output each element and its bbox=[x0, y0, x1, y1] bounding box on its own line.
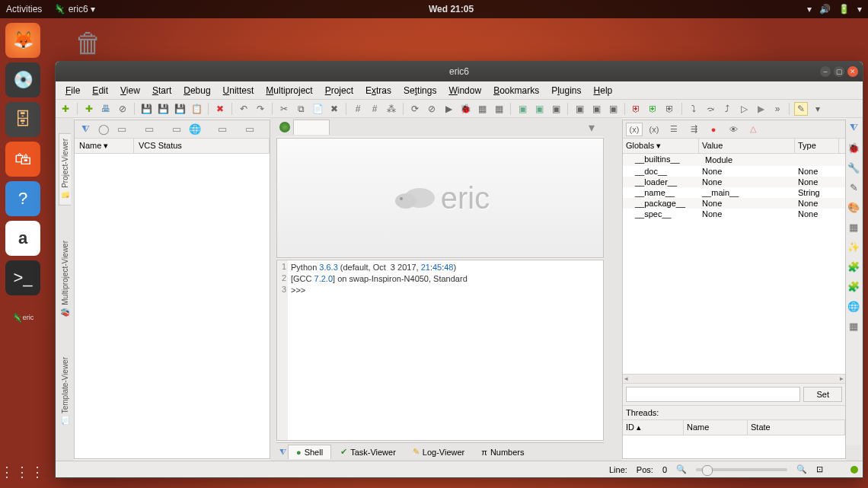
redo-icon[interactable]: ↷ bbox=[254, 102, 267, 116]
variable-row[interactable]: __builtins__Module bbox=[623, 154, 845, 166]
menu-file[interactable]: File bbox=[60, 83, 85, 98]
menu-window[interactable]: Window bbox=[443, 83, 487, 98]
system-menu-icon[interactable]: ▾ bbox=[857, 4, 862, 14]
editor-area[interactable]: eric bbox=[276, 138, 604, 258]
print-icon[interactable]: 🖶 bbox=[99, 102, 113, 116]
funnel-icon[interactable]: ⧨ bbox=[847, 121, 860, 135]
step-icon[interactable]: ⤵ bbox=[687, 102, 700, 116]
variable-row[interactable]: __package__NoneNone bbox=[623, 198, 845, 209]
editor-tab-dropdown[interactable]: ▾ bbox=[589, 120, 601, 135]
globals-icon[interactable]: (x) bbox=[626, 123, 643, 136]
wifi-icon[interactable]: ▾ bbox=[807, 4, 812, 14]
tab-project-viewer[interactable]: 📁 Project-Viewer bbox=[59, 133, 71, 206]
zoom-reset-icon[interactable]: ⊡ bbox=[816, 464, 823, 474]
show-apps-icon[interactable]: ⋮⋮⋮ bbox=[0, 464, 46, 480]
tab-task-viewer[interactable]: ✔ Task-Viewer bbox=[333, 445, 404, 459]
volume-icon[interactable]: 🔊 bbox=[819, 4, 831, 14]
profile-icon[interactable]: ▦ bbox=[492, 102, 506, 116]
software-launcher[interactable]: 🛍 bbox=[5, 142, 40, 177]
coverage-icon[interactable]: ▦ bbox=[475, 102, 489, 116]
tab-multiproject-viewer[interactable]: 📚 Multiproject-Viewer bbox=[59, 236, 71, 322]
menu-settings[interactable]: Settings bbox=[398, 83, 442, 98]
col-type[interactable]: Type bbox=[795, 139, 839, 153]
tool-h-icon[interactable]: ▦ bbox=[847, 319, 860, 333]
stop-icon[interactable]: ✖ bbox=[213, 102, 227, 116]
col-value[interactable]: Value bbox=[699, 139, 795, 153]
step-over-icon[interactable]: ⤼ bbox=[704, 102, 717, 116]
palette-icon[interactable]: 🎨 bbox=[847, 200, 860, 214]
window-titlebar[interactable]: eric6 – ▢ ✕ bbox=[56, 62, 863, 81]
tool-g-icon[interactable]: ▦ bbox=[847, 220, 860, 234]
menu-bookmarks[interactable]: Bookmarks bbox=[488, 83, 544, 98]
overflow-icon[interactable]: » bbox=[771, 102, 784, 116]
stop-script-icon[interactable]: ⊘ bbox=[425, 102, 439, 116]
breakpoints-icon[interactable]: ● bbox=[705, 123, 722, 136]
resources-icon[interactable]: ▭ bbox=[169, 122, 184, 137]
tab-shell[interactable]: ● Shell bbox=[288, 445, 331, 459]
undo-icon[interactable]: ↶ bbox=[237, 102, 251, 116]
uncomment-icon[interactable]: # bbox=[368, 102, 381, 116]
brush-icon[interactable]: ✎ bbox=[847, 180, 860, 194]
set-input[interactable] bbox=[626, 387, 800, 402]
tab-log-viewer[interactable]: ✎ Log-Viewer bbox=[405, 445, 472, 459]
globe2-icon[interactable]: 🌐 bbox=[847, 299, 860, 313]
menu-project[interactable]: Project bbox=[320, 83, 359, 98]
tool-a-icon[interactable]: ▣ bbox=[515, 102, 529, 116]
editor-tab-blank[interactable] bbox=[293, 120, 330, 135]
trash-desktop-icon[interactable]: 🗑 bbox=[75, 27, 102, 59]
shell-area[interactable]: 1 2 3 Python 3.6.3 (default, Oct 3 2017,… bbox=[276, 260, 604, 441]
menu-help[interactable]: Help bbox=[589, 83, 618, 98]
maximize-button[interactable]: ▢ bbox=[834, 66, 844, 77]
save-as-icon[interactable]: 💾 bbox=[173, 102, 187, 116]
edit-pencil-icon[interactable]: ✎ bbox=[794, 102, 808, 116]
menu-start[interactable]: Start bbox=[147, 83, 177, 98]
comment-icon[interactable]: # bbox=[351, 102, 365, 116]
app-menu-indicator[interactable]: 🦎 eric6 ▾ bbox=[54, 4, 95, 14]
calltrace-icon[interactable]: ⇶ bbox=[685, 123, 702, 136]
interfaces-icon[interactable]: ▭ bbox=[242, 122, 257, 137]
run-icon[interactable]: ▶ bbox=[442, 102, 455, 116]
continue-icon[interactable]: ▷ bbox=[737, 102, 751, 116]
clock[interactable]: Wed 21:05 bbox=[95, 4, 807, 14]
puzzle-icon[interactable]: 🧩 bbox=[847, 260, 860, 273]
minimize-button[interactable]: – bbox=[820, 66, 831, 77]
menu-view[interactable]: View bbox=[115, 83, 145, 98]
watch-icon[interactable]: 👁 bbox=[725, 123, 742, 136]
threads-table[interactable] bbox=[623, 435, 845, 458]
stream-comment-icon[interactable]: ⁂ bbox=[385, 102, 398, 116]
refresh-icon[interactable]: ⟳ bbox=[408, 102, 422, 116]
locals-icon[interactable]: (x) bbox=[646, 123, 662, 136]
delete-icon[interactable]: ✖ bbox=[327, 102, 341, 116]
files-launcher[interactable]: 🗄 bbox=[5, 102, 40, 137]
disks-launcher[interactable]: 💿 bbox=[5, 62, 40, 97]
col-name[interactable]: Name ▾ bbox=[75, 139, 134, 153]
close-button[interactable]: ✕ bbox=[847, 66, 858, 77]
tool-d-icon[interactable]: ▣ bbox=[573, 102, 586, 116]
eric-launcher[interactable]: 🦎eric bbox=[5, 300, 40, 335]
new-project-icon[interactable]: ✚ bbox=[82, 102, 96, 116]
tool-c-icon[interactable]: ▣ bbox=[549, 102, 563, 116]
menu-edit[interactable]: Edit bbox=[87, 83, 113, 98]
wrench-icon[interactable]: 🔧 bbox=[847, 161, 860, 174]
step-out-icon[interactable]: ⤴ bbox=[720, 102, 734, 116]
others-icon[interactable]: ▭ bbox=[215, 122, 230, 137]
circle-icon[interactable]: ◯ bbox=[96, 122, 111, 137]
debug-run-icon[interactable]: 🐞 bbox=[458, 102, 472, 116]
activities[interactable]: Activities bbox=[6, 4, 42, 14]
callstack-icon[interactable]: ☰ bbox=[665, 123, 682, 136]
paste-icon[interactable]: 📄 bbox=[311, 102, 324, 116]
col-vcs[interactable]: VCS Status bbox=[134, 139, 270, 153]
doc-icon[interactable]: ▭ bbox=[114, 122, 129, 137]
new-file-icon[interactable]: ✚ bbox=[59, 102, 72, 116]
play-icon[interactable]: ▶ bbox=[754, 102, 767, 116]
zoom-in-icon[interactable]: 🔍 bbox=[796, 464, 807, 474]
menu-multiproject[interactable]: Multiproject bbox=[260, 83, 318, 98]
filter-bottom-icon[interactable]: ⧨ bbox=[279, 447, 286, 457]
h-scrollbar[interactable]: ◂▸ bbox=[623, 374, 845, 383]
col-state[interactable]: State bbox=[748, 420, 845, 435]
dropdown-icon[interactable]: ▾ bbox=[811, 102, 825, 116]
menu-unittest[interactable]: Unittest bbox=[218, 83, 260, 98]
help-launcher[interactable]: ? bbox=[5, 181, 40, 216]
save-all-icon[interactable]: 💾 bbox=[156, 102, 170, 116]
firefox-launcher[interactable]: 🦊 bbox=[5, 23, 40, 58]
